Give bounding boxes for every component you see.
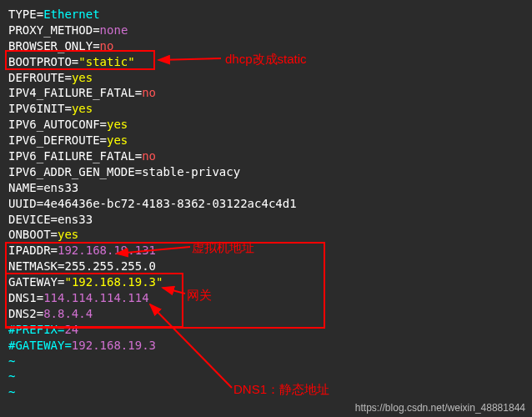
config-key: NAME (8, 181, 37, 194)
equals-sign: = (93, 39, 99, 53)
config-value: "static" (78, 55, 134, 68)
equals-sign: = (100, 133, 107, 147)
config-value: ens33 (58, 213, 93, 226)
config-line: IPV6_FAILURE_FATAL=no (8, 148, 524, 164)
config-line: GATEWAY="192.168.19.3" (8, 274, 524, 290)
comment-key: #PREFIX= (8, 323, 64, 336)
comment-value: 24 (64, 323, 78, 336)
config-value: 255.255.255.0 (64, 259, 156, 273)
config-value: no (142, 149, 156, 163)
config-value: no (142, 86, 156, 99)
config-line: IPADDR=192.168.19.131 (8, 243, 524, 259)
config-line: IPV6_AUTOCONF=yes (8, 117, 524, 133)
config-value: yes (72, 71, 93, 84)
comment-lines: #PREFIX=24#GATEWAY=192.168.19.3 (8, 322, 524, 354)
equals-sign: = (37, 197, 43, 210)
config-line: TYPE=Ethernet (8, 7, 524, 23)
config-value: 8.8.4.4 (43, 307, 93, 320)
config-key: BROWSER_ONLY (8, 39, 93, 53)
equals-sign: = (51, 244, 58, 257)
config-key: IPV4_FAILURE_FATAL (8, 86, 135, 99)
equals-sign: = (135, 86, 142, 99)
config-line: NETMASK=255.255.255.0 (8, 259, 524, 274)
config-key: GATEWAY (8, 275, 58, 289)
config-value: yes (107, 118, 128, 131)
config-key: IPADDR (8, 244, 51, 257)
vim-tilde: ~ (8, 369, 524, 384)
config-key: DNS1 (8, 291, 37, 304)
equals-sign: = (64, 102, 71, 115)
watermark: https://blog.csdn.net/weixin_48881844 (355, 402, 525, 414)
config-key: ONBOOT (8, 228, 51, 241)
equals-sign: = (37, 8, 43, 21)
comment-line: #PREFIX=24 (8, 322, 524, 338)
equals-sign: = (64, 71, 71, 84)
config-line: IPV6_DEFROUTE=yes (8, 133, 524, 148)
config-key: IPV6_FAILURE_FATAL (8, 149, 135, 163)
config-value: yes (58, 228, 78, 241)
equals-sign: = (93, 23, 99, 37)
config-value: yes (107, 133, 128, 147)
config-key: IPV6_AUTOCONF (8, 118, 100, 131)
config-key: IPV6_DEFROUTE (8, 133, 100, 147)
empty-lines: ~~~ (8, 354, 524, 401)
config-line: IPV6_ADDR_GEN_MODE=stable-privacy (8, 164, 524, 180)
config-line: IPV4_FAILURE_FATAL=no (8, 85, 524, 101)
config-value: none (100, 23, 128, 37)
config-key: NETMASK (8, 259, 58, 273)
config-line: PROXY_METHOD=none (8, 23, 524, 38)
config-value: yes (72, 102, 93, 115)
config-value: Ethernet (43, 8, 99, 21)
config-value: 4e46436e-bc72-4183-8362-03122ac4c4d1 (43, 197, 296, 210)
config-value: ens33 (43, 181, 78, 194)
config-line: DEFROUTE=yes (8, 70, 524, 86)
equals-sign: = (51, 213, 58, 226)
config-line: UUID=4e46436e-bc72-4183-8362-03122ac4c4d… (8, 196, 524, 212)
config-key: IPV6_ADDR_GEN_MODE (8, 165, 135, 178)
config-key: DEFROUTE (8, 71, 64, 84)
config-value: 114.114.114.114 (43, 291, 148, 304)
config-line: DNS2=8.8.4.4 (8, 306, 524, 322)
config-value: no (100, 39, 114, 53)
config-line: IPV6INIT=yes (8, 101, 524, 117)
equals-sign: = (135, 149, 142, 163)
config-line: DNS1=114.114.114.114 (8, 290, 524, 306)
config-line: ONBOOT=yes (8, 227, 524, 243)
vim-tilde: ~ (8, 384, 524, 400)
equals-sign: = (37, 307, 43, 320)
config-value: "192.168.19.3" (64, 275, 163, 289)
config-lines: TYPE=EthernetPROXY_METHOD=noneBROWSER_ON… (8, 7, 524, 322)
equals-sign: = (37, 291, 43, 304)
config-line: NAME=ens33 (8, 180, 524, 196)
config-key: DNS2 (8, 307, 37, 320)
config-line: BROWSER_ONLY=no (8, 38, 524, 54)
config-value: stable-privacy (142, 165, 240, 178)
vim-tilde: ~ (8, 354, 524, 369)
config-key: TYPE (8, 8, 37, 21)
config-line: DEVICE=ens33 (8, 212, 524, 228)
comment-value: 192.168.19.3 (72, 339, 156, 352)
config-key: IPV6INIT (8, 102, 64, 115)
config-value: 192.168.19.131 (58, 244, 156, 257)
config-key: BOOTPROTO (8, 55, 72, 68)
comment-key: #GATEWAY= (8, 339, 72, 352)
config-key: UUID (8, 197, 37, 210)
terminal-output: TYPE=EthernetPROXY_METHOD=noneBROWSER_ON… (0, 0, 532, 407)
equals-sign: = (100, 118, 107, 131)
equals-sign: = (37, 181, 43, 194)
config-line: BOOTPROTO="static" (8, 54, 524, 70)
comment-line: #GATEWAY=192.168.19.3 (8, 338, 524, 354)
config-key: PROXY_METHOD (8, 23, 93, 37)
equals-sign: = (135, 165, 142, 178)
equals-sign: = (51, 228, 58, 241)
config-key: DEVICE (8, 213, 51, 226)
